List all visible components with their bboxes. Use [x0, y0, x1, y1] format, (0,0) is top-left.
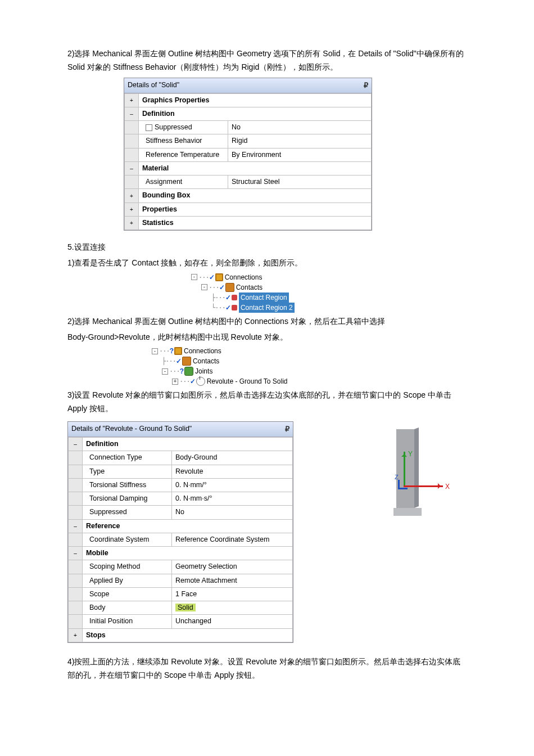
tree-contacts: -···✓Connections -···✓Contacts ├···✓Cont… [67, 272, 467, 313]
panel-title-row: Details of "Solid" ₽ [124, 78, 372, 93]
row-value[interactable]: No [228, 121, 372, 134]
tree-node-connections[interactable]: -···✓Connections [191, 272, 467, 282]
tree-node-joints[interactable]: -···?Joints [152, 366, 467, 376]
collapse-icon[interactable]: – [69, 547, 83, 560]
collapse-icon[interactable]: – [69, 438, 83, 451]
table-row[interactable]: Suppressed No [125, 121, 372, 134]
group-mobile[interactable]: – Mobile [69, 547, 293, 560]
table-row[interactable]: TypeRevolute [69, 465, 293, 478]
geometry-preview: Y X Z [354, 418, 467, 530]
group-statistics[interactable]: + Statistics [125, 216, 372, 230]
table-row[interactable]: Reference Temperature By Environment [125, 148, 372, 161]
table-row[interactable]: Applied ByRemote Attachment [69, 574, 293, 587]
group-properties[interactable]: + Properties [125, 202, 372, 216]
group-label: Definition [139, 107, 372, 120]
group-bounding[interactable]: + Bounding Box [125, 189, 372, 202]
axis-z-label: Z [395, 472, 399, 483]
table-row[interactable]: Assignment Structural Steel [125, 176, 372, 189]
heading-5: 5.设置连接 [67, 241, 467, 254]
joints-icon [184, 367, 193, 376]
axis-x-label: X [445, 481, 450, 492]
collapse-icon[interactable]: - [162, 368, 168, 375]
solid-body [396, 429, 414, 508]
panel-title-row: Details of "Revolute - Ground To Solid" … [68, 422, 293, 437]
group-material[interactable]: – Material [125, 161, 372, 175]
para-5-2b: Body-Ground>Revolute，此时树结构图中出现 Revolute … [67, 331, 467, 344]
checkbox-icon[interactable] [146, 124, 152, 131]
table-row[interactable]: Torsional Stiffness0. N·mm/° [69, 478, 293, 492]
axis-y-label: Y [408, 448, 413, 460]
axis-z-icon [398, 480, 408, 489]
pin-icon[interactable]: ₽ [285, 423, 289, 435]
tree-node-contact-region[interactable]: ├···✓Contact Region [191, 292, 467, 303]
table-row[interactable]: BodySolid [69, 601, 293, 615]
para-5-1: 1)查看是否生成了 Contact 接触，如存在，则全部删除，如图所示。 [67, 256, 467, 270]
group-label: Material [139, 161, 372, 175]
group-definition[interactable]: – Definition [125, 107, 372, 120]
contact-region-icon [232, 295, 237, 300]
row-value[interactable]: Structural Steel [228, 176, 372, 189]
details-solid-panel: Details of "Solid" ₽ + Graphics Properti… [124, 78, 372, 231]
expand-icon[interactable]: + [69, 628, 83, 642]
details-revolute-panel: Details of "Revolute - Ground To Solid" … [67, 421, 293, 643]
axis-x-icon [404, 485, 443, 487]
table-row[interactable]: Connection TypeBody-Ground [69, 451, 293, 465]
collapse-icon[interactable]: – [125, 161, 139, 175]
tree-node-contacts[interactable]: ├···✓Contacts [152, 356, 467, 366]
group-reference[interactable]: – Reference [69, 519, 293, 533]
para-step2: 2)选择 Mechanical 界面左侧 Outline 树结构图中 Geome… [67, 47, 467, 74]
details-grid: + Graphics Properties – Definition Suppr… [124, 93, 372, 231]
table-row[interactable]: Scope1 Face [69, 587, 293, 601]
tree-node-connections[interactable]: -···?Connections [152, 346, 467, 356]
para-5-4: 4)按照上面的方法，继续添加 Revolute 对象。设置 Revolute 对… [67, 655, 467, 682]
collapse-icon[interactable]: - [191, 274, 197, 280]
table-row[interactable]: SuppressedNo [69, 506, 293, 519]
tree-node-contacts[interactable]: -···✓Contacts [191, 282, 467, 292]
collapse-icon[interactable]: – [125, 107, 139, 120]
expand-icon[interactable]: + [125, 202, 139, 216]
row-value[interactable]: By Environment [228, 148, 372, 161]
expand-icon[interactable]: + [125, 216, 139, 230]
panel-title-text: Details of "Solid" [128, 79, 179, 91]
table-row[interactable]: Initial PositionUnchanged [69, 615, 293, 628]
tree-node-revolute[interactable]: +···✓Revolute - Ground To Solid [152, 376, 467, 386]
table-row[interactable]: Torsional Damping0. N·mm·s/° [69, 492, 293, 506]
collapse-icon[interactable]: - [152, 348, 158, 354]
panel-title-text: Details of "Revolute - Ground To Solid" [71, 423, 192, 435]
solid-base [393, 508, 422, 516]
group-label: Properties [139, 202, 372, 216]
solid-face [414, 428, 419, 508]
collapse-icon[interactable]: – [69, 519, 83, 533]
connections-icon [174, 347, 182, 355]
table-row[interactable]: Stiffness Behavior Rigid [125, 134, 372, 148]
row-label: Assignment [139, 176, 228, 189]
row-value[interactable]: Rigid [228, 134, 372, 148]
collapse-icon[interactable]: - [201, 284, 207, 290]
table-row[interactable]: Scoping MethodGeometry Selection [69, 560, 293, 574]
para-5-2a: 2)选择 Mechanical 界面左侧 Outline 树结构图中的 Conn… [67, 315, 467, 328]
expand-icon[interactable]: + [125, 93, 139, 107]
tree-node-contact-region-2[interactable]: └···✓Contact Region 2 [191, 303, 467, 313]
row-label: Reference Temperature [139, 148, 228, 161]
para-5-3: 3)设置 Revolute 对象的细节窗口如图所示，然后单击选择左边实体底部的孔… [67, 389, 467, 416]
table-row[interactable]: Coordinate SystemReference Coordinate Sy… [69, 533, 293, 546]
connections-icon [215, 273, 223, 281]
row-label: Suppressed [139, 121, 228, 134]
revolute-icon [196, 377, 205, 386]
expand-icon[interactable]: + [125, 189, 139, 202]
row-label: Stiffness Behavior [139, 134, 228, 148]
expand-icon[interactable]: + [172, 379, 178, 385]
group-stops[interactable]: + Stops [69, 628, 293, 642]
group-graphics[interactable]: + Graphics Properties [125, 93, 372, 107]
contacts-icon [225, 283, 234, 292]
details-grid: – Definition Connection TypeBody-Ground … [68, 437, 293, 642]
contacts-icon [182, 357, 191, 366]
group-definition[interactable]: – Definition [69, 438, 293, 451]
contact-region-icon [232, 305, 237, 310]
group-label: Graphics Properties [139, 93, 372, 107]
group-label: Statistics [139, 216, 372, 230]
tree-joints: -···?Connections ├···✓Contacts -···?Join… [67, 346, 467, 386]
group-label: Bounding Box [139, 189, 372, 202]
pin-icon[interactable]: ₽ [364, 79, 368, 92]
